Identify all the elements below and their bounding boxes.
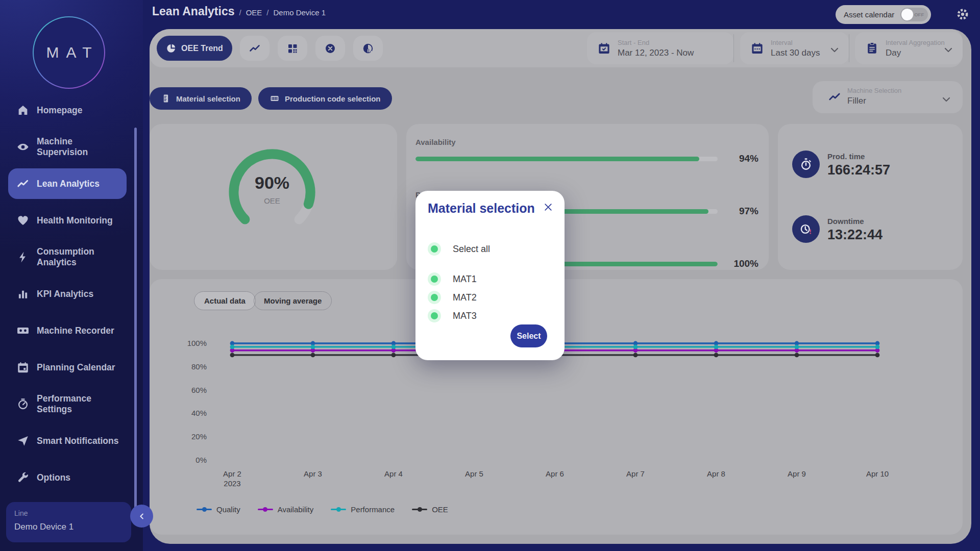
- close-icon[interactable]: [543, 202, 553, 212]
- aggregation-label: Interval Aggregation: [886, 39, 945, 46]
- production-code-selection-button[interactable]: Production code selection: [258, 87, 392, 110]
- material-option-mat3[interactable]: MAT3: [428, 309, 552, 322]
- chevron-down-icon: [830, 45, 839, 51]
- sidebar-item-performance-settings[interactable]: Performance Settings: [0, 386, 143, 422]
- sidebar-item-lean-analytics[interactable]: Lean Analytics: [0, 165, 143, 202]
- checked-circle-icon: [428, 309, 441, 322]
- svg-text:Apr 7: Apr 7: [626, 469, 645, 478]
- select-button[interactable]: Select: [510, 324, 547, 347]
- kpi-bar-value: 94%: [725, 153, 758, 164]
- logo-text: MAT: [34, 17, 104, 88]
- legend-label: Quality: [216, 505, 240, 514]
- checked-circle-icon: [428, 291, 441, 304]
- sidebar-item-options[interactable]: Options: [0, 459, 143, 496]
- sidebar-item-label: Planning Calendar: [37, 362, 124, 373]
- stopwatch-icon: [792, 151, 820, 178]
- kpi-bar-availability: Availability94%: [415, 138, 758, 164]
- material-option-label: MAT3: [453, 311, 477, 321]
- production-code-selection-label: Production code selection: [285, 94, 381, 103]
- material-selection-modal: Material selection Select allMAT1MAT2MAT…: [415, 191, 565, 360]
- recorder-icon: [16, 324, 30, 337]
- calendar-icon: [16, 361, 30, 374]
- line-label: Line: [14, 509, 123, 517]
- interval-field[interactable]: Interval Last 30 days: [740, 32, 849, 64]
- home-icon: [16, 104, 30, 117]
- svg-text:Apr 3: Apr 3: [304, 469, 322, 478]
- legend-item-oee[interactable]: OEE: [412, 505, 448, 514]
- svg-text:Apr 10: Apr 10: [866, 469, 889, 478]
- pie-bars-icon: [362, 42, 374, 55]
- legend-item-quality[interactable]: Quality: [197, 505, 240, 514]
- legend-swatch: [258, 509, 273, 511]
- sidebar-collapse-button[interactable]: [130, 505, 153, 528]
- legend-item-availability[interactable]: Availability: [258, 505, 314, 514]
- sidebar-item-smart-notifications[interactable]: Smart Notifications: [0, 422, 143, 459]
- breadcrumb-separator: /: [266, 8, 268, 17]
- material-options: Select allMAT1MAT2MAT3: [428, 242, 552, 322]
- downtime-row: Downtime 13:22:44: [792, 215, 963, 243]
- material-selection-button[interactable]: Material selection: [150, 87, 252, 110]
- gauge-value: 90%: [255, 173, 289, 193]
- toggle-knob: [901, 9, 913, 20]
- page-header: Lean Analytics / OEE / Demo Device 1 Ass…: [143, 0, 980, 29]
- sidebar-item-label: Machine Supervision: [37, 136, 124, 157]
- prod-time-value: 166:24:57: [827, 162, 890, 178]
- qr-grid-icon: [286, 42, 299, 55]
- legend-swatch: [412, 509, 427, 511]
- gauge-icon: [16, 397, 30, 411]
- date-range-field[interactable]: Start - End Mar 12, 2023 - Now: [587, 32, 733, 64]
- downtime-label: Downtime: [827, 217, 883, 226]
- sidebar-item-health-monitoring[interactable]: Health Monitoring: [0, 202, 143, 239]
- svg-text:0%: 0%: [195, 456, 207, 464]
- sidebar-item-machine-recorder[interactable]: Machine Recorder: [0, 312, 143, 349]
- legend-item-performance[interactable]: Performance: [331, 505, 395, 514]
- machine-selection-label: Machine Selection: [847, 87, 901, 94]
- qr-grid-button[interactable]: [278, 36, 307, 61]
- line-info-card: Line Demo Device 1: [6, 502, 131, 542]
- asset-calendar-label: Asset calendar: [844, 10, 894, 19]
- legend-label: OEE: [432, 505, 448, 514]
- sidebar-item-kpi-analytics[interactable]: KPI Analytics: [0, 276, 143, 312]
- pareto-button[interactable]: [353, 36, 383, 61]
- checked-circle-icon: [428, 272, 441, 286]
- barcode-icon: [270, 93, 280, 104]
- material-option-mat2[interactable]: MAT2: [428, 291, 552, 304]
- legend-label: Performance: [351, 505, 395, 514]
- breadcrumb-separator: /: [239, 8, 241, 17]
- sidebar-item-consumption-analytics[interactable]: Consumption Analytics: [0, 239, 143, 276]
- aggregation-field[interactable]: Interval Aggregation Day: [855, 32, 963, 64]
- beaker-icon: [161, 93, 171, 104]
- sidebar-item-planning-calendar[interactable]: Planning Calendar: [0, 349, 143, 386]
- asset-calendar-toggle[interactable]: Asset calendar OFF: [836, 5, 931, 24]
- line-chart-icon: [828, 90, 841, 104]
- material-option-select-all[interactable]: Select all: [428, 242, 552, 256]
- wrench-icon: [16, 471, 30, 484]
- stops-button[interactable]: [315, 36, 345, 61]
- legend-swatch: [331, 509, 346, 511]
- bar-chart-icon: [16, 287, 30, 300]
- sidebar-item-machine-supervision[interactable]: Machine Supervision: [0, 129, 143, 165]
- line-value: Demo Device 1: [14, 522, 123, 532]
- sidebar-item-homepage[interactable]: Homepage: [0, 92, 143, 129]
- line-view-button[interactable]: [240, 36, 270, 61]
- divider: [733, 34, 734, 62]
- prod-time-label: Prod. time: [827, 152, 890, 161]
- oee-gauge-card: 90% OEE: [150, 124, 397, 270]
- kpi-bar-value: 97%: [725, 206, 758, 217]
- breadcrumb-device[interactable]: Demo Device 1: [274, 8, 326, 17]
- machine-selection-dropdown[interactable]: Machine Selection Filler: [813, 81, 963, 113]
- legend-swatch: [197, 509, 212, 511]
- oee-trend-button[interactable]: OEE Trend: [157, 36, 232, 61]
- sidebar-item-label: KPI Analytics: [37, 289, 124, 299]
- material-option-mat1[interactable]: MAT1: [428, 272, 552, 286]
- kpi-bar-value: 100%: [725, 258, 758, 269]
- toggle-state-label: OFF: [914, 12, 924, 17]
- breadcrumb-section[interactable]: OEE: [246, 8, 262, 17]
- sidebar-scrollbar[interactable]: [134, 128, 137, 518]
- toggle-switch[interactable]: OFF: [900, 8, 928, 21]
- svg-text:Apr 8: Apr 8: [707, 469, 725, 478]
- kpi-bar-label: Availability: [415, 138, 758, 146]
- svg-text:60%: 60%: [191, 386, 207, 394]
- downtime-value: 13:22:44: [827, 227, 883, 243]
- settings-gear-icon[interactable]: [955, 7, 970, 21]
